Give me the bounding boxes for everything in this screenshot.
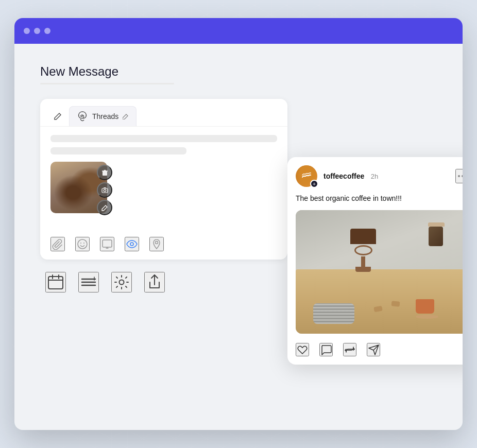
coffee-dripper xyxy=(348,229,379,270)
svg-rect-1 xyxy=(102,170,108,171)
delete-image-button[interactable] xyxy=(97,165,112,180)
calendar-icon xyxy=(47,273,64,291)
svg-point-12 xyxy=(156,242,158,244)
post-more-button[interactable] xyxy=(455,169,463,183)
camera-icon xyxy=(101,187,108,194)
title-underline xyxy=(40,83,174,84)
post-image xyxy=(296,210,463,334)
svg-rect-8 xyxy=(103,240,112,247)
cookie-2 xyxy=(391,301,400,307)
emoji-button[interactable] xyxy=(75,237,90,251)
compose-toolbar xyxy=(40,237,287,260)
threads-logo-icon xyxy=(77,111,88,122)
settings-icon xyxy=(113,273,130,291)
media-icon xyxy=(101,238,113,250)
browser-titlebar xyxy=(14,18,463,44)
like-button[interactable] xyxy=(296,343,309,356)
attachment-button[interactable] xyxy=(50,237,65,251)
eye-icon xyxy=(126,238,138,250)
coffee-jar xyxy=(428,222,444,248)
window-dot-2[interactable] xyxy=(34,28,40,34)
svg-point-21 xyxy=(458,175,460,177)
post-text: The best organic coffee in town!!! xyxy=(296,193,463,204)
settings-button[interactable] xyxy=(111,272,132,292)
coffee-tray-scene xyxy=(296,210,463,334)
svg-point-4 xyxy=(104,189,106,191)
post-preview-card: + toffeecoffee 2h The best organic coffe… xyxy=(287,157,463,365)
svg-point-11 xyxy=(130,243,133,246)
svg-rect-2 xyxy=(104,170,106,171)
heart-icon xyxy=(297,344,308,355)
location-button[interactable] xyxy=(149,237,164,251)
cloth xyxy=(313,303,354,324)
camera-image-button[interactable] xyxy=(97,182,112,198)
list-button[interactable] xyxy=(78,272,99,292)
compose-input-line-1[interactable] xyxy=(50,135,277,142)
image-actions-panel xyxy=(97,162,112,218)
post-actions xyxy=(296,341,463,356)
preview-button[interactable] xyxy=(125,237,139,251)
tab-edit-icon xyxy=(123,113,129,119)
attachment-icon xyxy=(52,238,63,250)
threads-tab[interactable]: Threads xyxy=(69,106,137,126)
edit-pencil-icon xyxy=(101,204,108,211)
browser-content: New Message xyxy=(14,44,463,430)
location-icon xyxy=(151,238,162,250)
page-title: New Message xyxy=(40,64,437,79)
browser-window: New Message xyxy=(14,18,463,430)
compose-input-line-2[interactable] xyxy=(50,147,186,154)
post-time: 2h xyxy=(371,173,378,180)
edit-image-button[interactable] xyxy=(97,200,112,215)
calendar-button[interactable] xyxy=(45,272,66,292)
plus-badge[interactable]: + xyxy=(310,180,318,188)
share-icon xyxy=(146,273,163,291)
repost-button[interactable] xyxy=(343,343,356,356)
more-dots-icon xyxy=(457,175,463,178)
svg-rect-0 xyxy=(103,171,107,176)
svg-point-6 xyxy=(80,243,81,244)
comment-button[interactable] xyxy=(319,343,333,356)
post-user-info: toffeecoffee 2h xyxy=(323,171,449,181)
pencil-icon xyxy=(54,112,62,120)
share-button[interactable] xyxy=(144,272,165,292)
list-icon xyxy=(80,273,97,291)
repost-icon xyxy=(344,344,355,355)
window-dot-3[interactable] xyxy=(44,28,50,34)
svg-point-20 xyxy=(120,280,124,285)
send-button[interactable] xyxy=(367,343,380,356)
emoji-icon xyxy=(77,238,88,250)
compose-card: Threads xyxy=(40,99,287,260)
tab-bar: Threads xyxy=(40,99,287,127)
post-header: + toffeecoffee 2h xyxy=(296,165,463,187)
threads-tab-label: Threads xyxy=(92,112,118,120)
post-username: toffeecoffee xyxy=(323,172,364,180)
trash-icon xyxy=(101,169,108,176)
coffee-cup xyxy=(416,299,438,319)
compose-body xyxy=(40,127,287,237)
svg-rect-13 xyxy=(48,277,63,289)
edit-icon-button[interactable] xyxy=(48,107,67,126)
comment-icon xyxy=(320,344,332,355)
window-dot-1[interactable] xyxy=(24,28,30,34)
post-avatar-wrapper: + xyxy=(296,165,317,187)
svg-point-7 xyxy=(83,243,84,244)
image-preview-area xyxy=(50,162,112,218)
media-button[interactable] xyxy=(100,237,114,251)
svg-point-5 xyxy=(78,239,87,249)
send-icon xyxy=(368,344,379,355)
svg-point-22 xyxy=(462,175,463,177)
